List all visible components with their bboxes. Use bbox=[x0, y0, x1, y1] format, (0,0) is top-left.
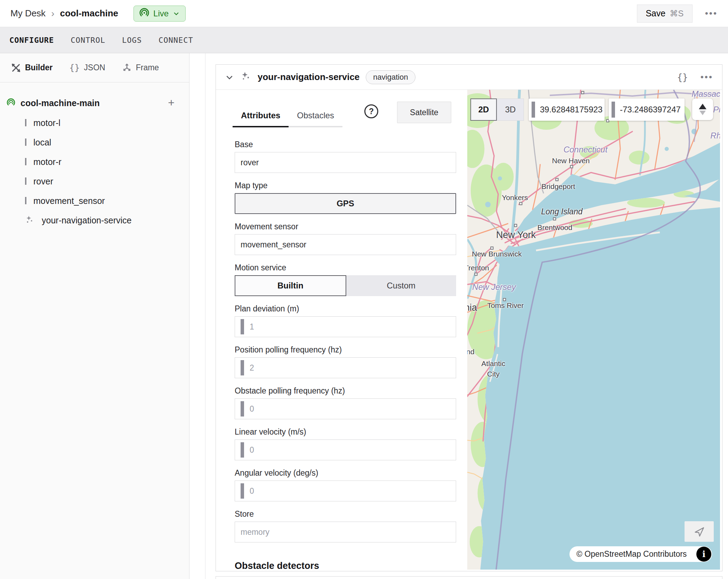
header-more-menu[interactable]: ••• bbox=[705, 8, 718, 19]
field-position-polling-frequency-hz: Position polling frequency (hz)2 bbox=[235, 345, 456, 378]
field-motion-service: Motion serviceBuiltinCustom bbox=[235, 263, 456, 296]
component-diamond-icon bbox=[25, 159, 28, 165]
option-custom[interactable]: Custom bbox=[346, 275, 456, 296]
save-button[interactable]: Save ⌘S bbox=[637, 5, 693, 23]
tree-item-movement-sensor[interactable]: movement_sensor bbox=[0, 191, 189, 211]
tree-item-motor-r[interactable]: motor-r bbox=[0, 152, 189, 172]
angular-velocity-deg-s-input[interactable]: 0 bbox=[235, 481, 456, 501]
field-label: Plan deviation (m) bbox=[235, 304, 456, 314]
component-diamond-icon bbox=[25, 198, 28, 204]
map-type-button[interactable]: GPS bbox=[235, 193, 456, 214]
position-polling-frequency-hz-input[interactable]: 2 bbox=[235, 357, 456, 378]
map-city-dot bbox=[519, 202, 523, 205]
tools-icon bbox=[11, 63, 21, 73]
help-icon[interactable]: ? bbox=[364, 104, 378, 118]
field-label: Store bbox=[235, 509, 456, 519]
frame-icon bbox=[122, 63, 132, 73]
field-angular-velocity-deg-s: Angular velocity (deg/s)0 bbox=[235, 468, 456, 501]
drag-handle[interactable] bbox=[241, 483, 244, 499]
satellite-toggle-button[interactable]: Satellite bbox=[397, 102, 451, 123]
drag-handle[interactable] bbox=[241, 401, 244, 417]
field-linear-velocity-m-s: Linear velocity (m/s)0 bbox=[235, 427, 456, 460]
breadcrumb-current: cool-machine bbox=[60, 8, 118, 19]
component-diamond-icon bbox=[25, 178, 28, 184]
main-tab-logs[interactable]: LOGS bbox=[122, 36, 142, 45]
braces-icon: {} bbox=[69, 63, 80, 73]
collapse-chevron-icon[interactable] bbox=[225, 73, 234, 82]
tree-root-machine[interactable]: cool-machine-main + bbox=[0, 93, 189, 113]
breadcrumb-separator-icon: › bbox=[51, 8, 54, 19]
field-label: Obstacle polling frequency (hz) bbox=[235, 386, 456, 396]
coordinate-stepper[interactable] bbox=[692, 98, 713, 120]
plan-deviation-m-input[interactable]: 1 bbox=[235, 316, 456, 337]
chevron-down-icon bbox=[173, 10, 180, 17]
mode-json[interactable]: {}JSON bbox=[69, 63, 105, 73]
tree-item-local[interactable]: local bbox=[0, 133, 189, 152]
field-label: Position polling frequency (hz) bbox=[235, 345, 456, 355]
live-label: Live bbox=[153, 9, 169, 18]
map-city-dot bbox=[491, 247, 494, 250]
attribute-tab-bar: AttributesObstacles bbox=[233, 111, 342, 127]
map-mode-3d-button[interactable]: 3D bbox=[497, 98, 524, 121]
attr-tab-attributes[interactable]: Attributes bbox=[233, 111, 289, 127]
longitude-input[interactable]: -73.2486397247 bbox=[609, 98, 685, 121]
service-type-badge: navigation bbox=[366, 70, 415, 84]
field-label: Linear velocity (m/s) bbox=[235, 427, 456, 437]
config-mode-switcher: Builder{}JSONFrame bbox=[0, 53, 189, 82]
field-base: Baserover bbox=[235, 140, 456, 173]
mode-builder[interactable]: Builder bbox=[11, 63, 52, 73]
field-label: Motion service bbox=[235, 263, 456, 272]
app-root: My Desk › cool-machine Live Save ⌘S ••• … bbox=[0, 0, 728, 579]
next-card-top-edge bbox=[216, 576, 722, 579]
navigation-map[interactable]: MassachuProRhodConnecticutNew HavenBridg… bbox=[467, 90, 720, 570]
linear-velocity-m-s-input[interactable]: 0 bbox=[235, 439, 456, 460]
map-city-dot bbox=[553, 217, 556, 221]
tree-root-label: cool-machine-main bbox=[21, 98, 100, 108]
store-input[interactable]: memory bbox=[235, 522, 456, 542]
drag-handle[interactable] bbox=[532, 102, 535, 118]
recenter-button[interactable] bbox=[685, 521, 714, 542]
drag-handle[interactable] bbox=[612, 102, 615, 118]
navigation-service-card: your-navigation-service navigation {} ••… bbox=[216, 64, 722, 571]
info-icon[interactable]: i bbox=[696, 547, 711, 562]
motion-service-segmented: BuiltinCustom bbox=[235, 275, 456, 296]
step-down-icon[interactable] bbox=[699, 111, 706, 115]
main-tab-control[interactable]: CONTROL bbox=[71, 36, 105, 45]
service-title: your-navigation-service bbox=[258, 72, 359, 82]
field-label: Angular velocity (deg/s) bbox=[235, 468, 456, 478]
component-diamond-icon bbox=[25, 120, 28, 126]
main-tab-connect[interactable]: CONNECT bbox=[159, 36, 193, 45]
base-input[interactable]: rover bbox=[235, 152, 456, 173]
navigation-sparkle-icon bbox=[240, 71, 251, 84]
drag-handle[interactable] bbox=[241, 360, 244, 375]
broadcast-icon bbox=[139, 8, 149, 19]
tree-item-your-navigation-service[interactable]: your-navigation-service bbox=[0, 211, 189, 230]
breadcrumb-parent[interactable]: My Desk bbox=[10, 8, 46, 19]
map-attribution: © OpenStreetMap Contributors i bbox=[569, 546, 712, 562]
movement-sensor-input[interactable]: movement_sensor bbox=[235, 234, 456, 255]
option-builtin[interactable]: Builtin bbox=[235, 275, 346, 296]
live-status-dropdown[interactable]: Live bbox=[134, 6, 186, 22]
top-header: My Desk › cool-machine Live Save ⌘S ••• bbox=[0, 0, 728, 27]
step-up-icon[interactable] bbox=[699, 104, 706, 109]
add-component-button[interactable]: + bbox=[168, 97, 175, 108]
drag-handle[interactable] bbox=[241, 442, 244, 458]
obstacle-polling-frequency-hz-input[interactable]: 0 bbox=[235, 398, 456, 419]
navigation-sparkle-icon bbox=[25, 215, 36, 225]
obstacle-detectors-heading: Obstacle detectors bbox=[235, 561, 456, 571]
sidebar: Builder{}JSONFrame cool-machine-main + m… bbox=[0, 53, 189, 579]
map-city-dot bbox=[581, 91, 584, 94]
card-more-menu[interactable]: ••• bbox=[701, 72, 713, 82]
attr-tab-obstacles[interactable]: Obstacles bbox=[289, 111, 342, 127]
field-plan-deviation-m: Plan deviation (m)1 bbox=[235, 304, 456, 337]
main-tab-configure[interactable]: CONFIGURE bbox=[9, 36, 54, 45]
field-map-type: Map typeGPS bbox=[235, 181, 456, 214]
tree-item-motor-l[interactable]: motor-l bbox=[0, 113, 189, 133]
map-mode-2d-button[interactable]: 2D bbox=[470, 98, 497, 121]
drag-handle[interactable] bbox=[241, 319, 244, 334]
machine-part-icon bbox=[6, 98, 16, 109]
latitude-input[interactable]: 39.62848175923 bbox=[529, 98, 605, 121]
json-braces-button[interactable]: {} bbox=[677, 72, 688, 82]
tree-item-rover[interactable]: rover bbox=[0, 172, 189, 191]
mode-frame[interactable]: Frame bbox=[122, 63, 159, 73]
